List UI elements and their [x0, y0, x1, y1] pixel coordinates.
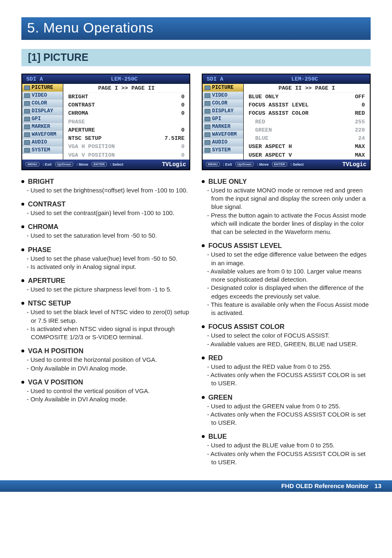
key-updown: Up/Down — [235, 162, 254, 167]
spec-heading: BLUE — [202, 433, 371, 440]
osd-page2: SDI ALEM-250C PICTUREVIDEOCOLORDISPLAYGP… — [202, 74, 371, 170]
spec-heading: GREEN — [202, 394, 371, 401]
osd-side-system[interactable]: SYSTEM — [22, 146, 63, 154]
osd-row[interactable]: CONTRAST0 — [63, 101, 189, 109]
osd-row[interactable]: APERTURE0 — [63, 126, 189, 134]
osd-side-waveform[interactable]: WAVEFORM — [203, 131, 243, 139]
spec-line: Is activated when NTSC video signal is i… — [21, 325, 190, 342]
menu-icon — [205, 86, 210, 90]
menu-icon — [24, 117, 30, 121]
menu-icon — [205, 101, 210, 106]
spec-heading: RED — [202, 354, 371, 362]
osd-side-audio[interactable]: AUDIO — [203, 139, 243, 146]
section-title: [1] PICTURE — [21, 49, 371, 66]
osd-side-gpi[interactable]: GPI — [203, 115, 243, 123]
osd-row[interactable]: PHASE — [63, 118, 189, 126]
osd-side-video[interactable]: VIDEO — [203, 92, 243, 100]
spec-line: Activates only when the FOCUSS ASSIST CO… — [202, 450, 371, 467]
osd-row[interactable]: USER ASPECT HMAX — [244, 143, 370, 151]
brand-logo: TVLogic — [162, 161, 186, 168]
spec-line: Used to control the horizontal position … — [21, 356, 190, 364]
key-menu: MENU — [25, 162, 39, 167]
osd-row[interactable]: RED255 — [244, 118, 370, 126]
osd-side-picture[interactable]: PICTURE — [22, 84, 63, 92]
osd-row[interactable]: BRIGHT0 — [63, 93, 189, 101]
osd-row[interactable]: BLUE24 — [244, 134, 370, 143]
spec-line: Designated color is displayed when the d… — [202, 284, 371, 301]
brand-logo: TVLogic — [342, 161, 367, 168]
spec-heading: NTSC SETUP — [21, 299, 190, 307]
spec-line: Used to control the vertical position of… — [21, 387, 190, 395]
spec-heading: CHROMA — [21, 223, 190, 231]
spec-heading: VGA H POSITION — [21, 347, 190, 355]
spec-line: Used to set the edge difference value be… — [202, 250, 371, 267]
menu-icon — [24, 109, 30, 113]
spec-heading: BRIGHT — [21, 178, 190, 185]
key-enter: ENTER — [92, 162, 107, 167]
spec-line: Used to set the brightness(=offset) leve… — [21, 186, 190, 194]
menu-icon — [24, 86, 30, 90]
osd-row[interactable]: VGA V POSITION0 — [63, 151, 189, 160]
spec-line: Only Available in DVI Analog mode. — [21, 395, 190, 403]
menu-icon — [24, 101, 30, 106]
page-footer: FHD OLED Reference Monitor 13 — [0, 480, 392, 492]
spec-line: Available values are RED, GREEN, BLUE na… — [202, 340, 371, 348]
osd-side-video[interactable]: VIDEO — [22, 92, 63, 100]
osd-row[interactable]: FOCUS ASSIST COLORRED — [244, 109, 370, 118]
osd-side-picture[interactable]: PICTURE — [203, 84, 243, 92]
spec-item: FOCUS ASSIST COLORUsed to select the col… — [202, 323, 371, 348]
menu-icon — [205, 140, 210, 145]
osd-side-audio[interactable]: AUDIO — [22, 139, 63, 146]
spec-heading: FOCUS ASSIST LEVEL — [202, 242, 371, 250]
osd-titlebar: SDI ALEM-250C — [203, 74, 370, 84]
osd-sidebar: PICTUREVIDEOCOLORDISPLAYGPIMARKERWAVEFOR… — [22, 84, 63, 160]
osd-side-system[interactable]: SYSTEM — [203, 146, 243, 154]
spec-line: Activates only when the FOCUSS ASSIST CO… — [202, 410, 371, 427]
osd-side-gpi[interactable]: GPI — [22, 115, 63, 123]
spec-item: CHROMAUsed to set the saturation level f… — [21, 223, 190, 240]
osd-side-display[interactable]: DISPLAY — [203, 107, 243, 115]
spec-item: NTSC SETUPUsed to set the black level of… — [21, 299, 190, 341]
right-column: SDI ALEM-250C PICTUREVIDEOCOLORDISPLAYGP… — [202, 74, 371, 472]
osd-side-marker[interactable]: MARKER — [22, 123, 63, 131]
menu-icon — [24, 140, 30, 145]
key-menu: MENU — [206, 162, 220, 167]
osd-page-indicator[interactable]: PAGE II >> PAGE I — [244, 84, 370, 93]
spec-line: Used to set the black level of NTSC vide… — [21, 308, 190, 325]
osd-row[interactable]: BLUE ONLYOFF — [244, 93, 370, 101]
osd-row[interactable]: FOCUS ASSIST LEVEL0 — [244, 101, 370, 109]
osd-page1: SDI ALEM-250C PICTUREVIDEOCOLORDISPLAYGP… — [21, 74, 190, 170]
osd-row[interactable]: CHROMA0 — [63, 109, 189, 118]
spec-line: Only Available in DVI Analog mode. — [21, 364, 190, 373]
spec-heading: APERTURE — [21, 277, 190, 285]
spec-heading: PHASE — [21, 246, 190, 254]
spec-line: This feature is available only when the … — [202, 301, 371, 317]
osd-row[interactable]: VGA H POSITION0 — [63, 143, 189, 151]
osd-page-indicator[interactable]: PAGE I >> PAGE II — [63, 84, 189, 93]
spec-line: Used to adjust the BLUE value from 0 to … — [202, 441, 371, 449]
spec-item: FOCUS ASSIST LEVELUsed to set the edge d… — [202, 242, 371, 317]
spec-heading: BLUE ONLY — [202, 178, 371, 185]
spec-line: Used to adjust the GREEN value from 0 to… — [202, 402, 371, 410]
osd-side-display[interactable]: DISPLAY — [22, 107, 63, 115]
spec-heading: VGA V POSITION — [21, 378, 190, 386]
osd-row[interactable]: GREEN220 — [244, 126, 370, 134]
osd-titlebar: SDI ALEM-250C — [22, 74, 189, 84]
osd-row[interactable]: USER ASPECT VMAX — [244, 151, 370, 160]
spec-item: PHASEUsed to set the phase value(hue) le… — [21, 246, 190, 271]
osd-side-color[interactable]: COLOR — [203, 100, 243, 107]
spec-item: VGA H POSITIONUsed to control the horizo… — [21, 347, 190, 373]
spec-item: REDUsed to adjust the RED value from 0 t… — [202, 354, 371, 388]
osd-side-waveform[interactable]: WAVEFORM — [22, 131, 63, 139]
osd-side-color[interactable]: COLOR — [22, 100, 63, 107]
spec-item: VGA V POSITIONUsed to control the vertic… — [21, 378, 190, 404]
menu-icon — [24, 125, 30, 129]
spec-line: Used to activate MONO mode or remove red… — [202, 186, 371, 211]
left-column: SDI ALEM-250C PICTUREVIDEOCOLORDISPLAYGP… — [21, 74, 190, 472]
osd-side-marker[interactable]: MARKER — [203, 123, 243, 131]
osd-row[interactable]: NTSC SETUP7.5IRE — [63, 134, 189, 143]
spec-line: Used to set the phase value(hue) level f… — [21, 255, 190, 263]
menu-icon — [205, 109, 210, 113]
key-updown: Up/Down — [55, 162, 74, 167]
spec-line: Used to select the color of FOCUS ASSIST… — [202, 331, 371, 340]
